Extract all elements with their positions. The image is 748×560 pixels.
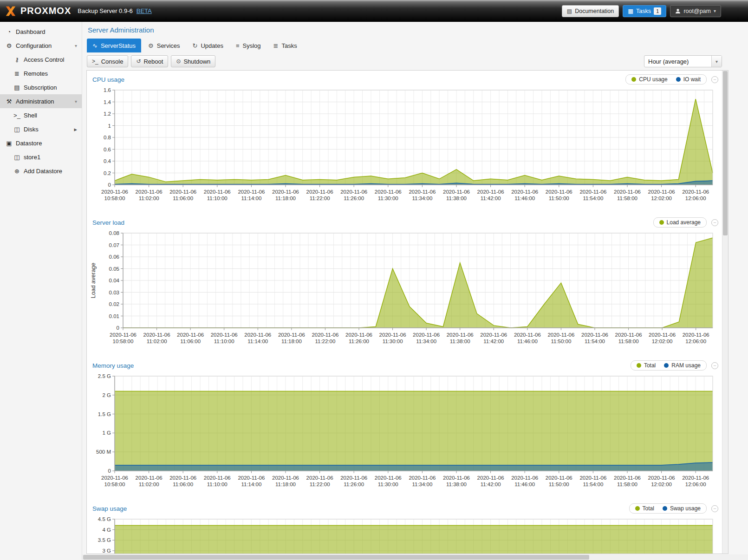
svg-text:2020-11-06: 2020-11-06: [345, 332, 372, 338]
svg-text:2020-11-06: 2020-11-06: [340, 475, 367, 481]
svg-text:2020-11-06: 2020-11-06: [682, 189, 709, 195]
svg-text:11:10:00: 11:10:00: [207, 482, 228, 487]
svg-text:11:58:00: 11:58:00: [617, 195, 637, 201]
page-title: Server Administration: [82, 22, 748, 38]
svg-text:2020-11-06: 2020-11-06: [375, 475, 402, 481]
sidebar-item-remotes[interactable]: ≣ Remotes: [0, 66, 82, 80]
svg-text:11:34:00: 11:34:00: [412, 482, 432, 487]
svg-text:11:58:00: 11:58:00: [618, 339, 639, 344]
sidebar-item-disks[interactable]: ◫ Disks ▸: [0, 122, 82, 136]
sidebar-item-label: Administration: [16, 98, 54, 105]
time-range-select[interactable]: Hour (average) ▾: [644, 55, 722, 67]
collapse-panel-icon[interactable]: −: [711, 505, 718, 512]
legend-label: RAM usage: [671, 362, 701, 369]
svg-text:2020-11-06: 2020-11-06: [312, 332, 338, 338]
svg-text:11:22:00: 11:22:00: [315, 339, 335, 344]
svg-text:2020-11-06: 2020-11-06: [379, 332, 406, 338]
tab-services[interactable]: ⚙ Services: [143, 39, 186, 52]
svg-text:11:30:00: 11:30:00: [383, 339, 403, 344]
legend-dot: [637, 363, 641, 368]
svg-text:11:50:00: 11:50:00: [549, 482, 569, 487]
database-icon: ◫: [13, 154, 21, 161]
sidebar-item-dashboard[interactable]: ◔ Dashboard: [0, 25, 82, 39]
svg-text:1.4: 1.4: [104, 99, 111, 105]
remotes-icon: ≣: [13, 70, 21, 77]
svg-text:11:38:00: 11:38:00: [450, 339, 470, 344]
reboot-button[interactable]: ↺ Reboot: [131, 55, 168, 67]
expander-down-icon[interactable]: ▾: [75, 43, 77, 48]
legend-dot: [659, 220, 664, 225]
svg-text:2020-11-06: 2020-11-06: [579, 475, 606, 481]
wrench-icon: ⚒: [5, 98, 13, 105]
documentation-button[interactable]: ▤ Documentation: [562, 5, 619, 17]
svg-text:2020-11-06: 2020-11-06: [136, 475, 163, 481]
tab-updates[interactable]: ↻ Updates: [187, 39, 229, 52]
user-menu-button[interactable]: root@pam ▾: [670, 5, 721, 17]
page-title-text: Server Administration: [88, 26, 154, 34]
expander-right-icon[interactable]: ▸: [74, 126, 77, 133]
tab-label: Syslog: [243, 42, 261, 49]
svg-text:11:06:00: 11:06:00: [173, 195, 193, 201]
legend-label: Load average: [667, 219, 701, 226]
reboot-label: Reboot: [143, 58, 163, 65]
svg-text:11:38:00: 11:38:00: [446, 482, 467, 487]
svg-text:0: 0: [108, 182, 111, 188]
svg-text:2020-11-06: 2020-11-06: [477, 189, 504, 195]
tab-label: Tasks: [281, 42, 297, 49]
reboot-icon: ↺: [136, 58, 141, 65]
svg-text:1 G: 1 G: [102, 430, 111, 436]
console-button[interactable]: >_ Console: [87, 55, 128, 67]
svg-text:11:54:00: 11:54:00: [583, 482, 603, 487]
svg-text:2 G: 2 G: [102, 392, 111, 398]
svg-text:11:26:00: 11:26:00: [344, 195, 364, 201]
tasks-icon: ▦: [628, 7, 633, 14]
sidebar-item-subscription[interactable]: ▤ Subscription: [0, 80, 82, 94]
svg-text:0.4: 0.4: [104, 158, 111, 164]
horizontal-scrollbar-thumb[interactable]: [83, 555, 589, 560]
chart-title: Server load: [92, 219, 124, 226]
svg-text:2020-11-06: 2020-11-06: [101, 475, 128, 481]
legend-label: Total: [643, 505, 654, 512]
svg-text:2020-11-06: 2020-11-06: [101, 189, 128, 195]
subscription-icon: ▤: [13, 84, 21, 91]
legend-dot: [663, 506, 667, 511]
brand-text: PROXMOX: [20, 6, 71, 16]
horizontal-scrollbar[interactable]: [82, 554, 748, 560]
svg-text:2020-11-06: 2020-11-06: [143, 332, 170, 338]
svg-text:2020-11-06: 2020-11-06: [375, 189, 402, 195]
svg-text:2020-11-06: 2020-11-06: [547, 332, 574, 338]
svg-text:1.2: 1.2: [104, 111, 111, 117]
collapse-panel-icon[interactable]: −: [711, 362, 718, 369]
sidebar-item-store1[interactable]: ◫ store1: [0, 150, 82, 164]
tab-serverstatus[interactable]: ∿ ServerStatus: [87, 39, 141, 52]
svg-text:4.5 G: 4.5 G: [98, 516, 111, 522]
tasks-button[interactable]: ▦ Tasks 1: [623, 5, 666, 17]
svg-text:2020-11-06: 2020-11-06: [204, 475, 231, 481]
chart-title: Memory usage: [92, 362, 134, 369]
collapse-panel-icon[interactable]: −: [711, 219, 718, 226]
sidebar-item-datastore[interactable]: ▣ Datastore: [0, 136, 82, 150]
sidebar-item-add-datastore[interactable]: ⊕ Add Datastore: [0, 164, 82, 178]
svg-text:12:02:00: 12:02:00: [652, 339, 673, 344]
legend-label: CPU usage: [639, 76, 667, 83]
svg-text:2020-11-06: 2020-11-06: [511, 189, 538, 195]
sidebar-item-access-control[interactable]: ⚷ Access Control: [0, 52, 82, 66]
vertical-scrollbar[interactable]: [722, 71, 728, 553]
svg-text:2020-11-06: 2020-11-06: [546, 475, 572, 481]
expander-down-icon[interactable]: ▾: [75, 99, 77, 104]
sidebar-item-shell[interactable]: >_ Shell: [0, 108, 82, 122]
legend-item: IO wait: [676, 76, 701, 83]
sidebar-item-administration[interactable]: ⚒ Administration ▾: [0, 94, 82, 108]
collapse-panel-icon[interactable]: −: [711, 76, 718, 83]
svg-text:11:22:00: 11:22:00: [310, 195, 330, 201]
tab-tasks[interactable]: ≣ Tasks: [268, 39, 303, 52]
vertical-scrollbar-thumb[interactable]: [723, 71, 728, 235]
list-icon: ≡: [236, 42, 240, 49]
sidebar-item-configuration[interactable]: ⚙ Configuration ▾: [0, 39, 82, 52]
dropdown-caret-icon[interactable]: ▾: [711, 56, 722, 67]
cpu-usage-header: CPU usage CPU usage IO wait −: [87, 71, 722, 85]
beta-link[interactable]: BETA: [137, 7, 152, 14]
shutdown-button[interactable]: ⊙ Shutdown: [171, 55, 215, 67]
tab-syslog[interactable]: ≡ Syslog: [230, 39, 267, 52]
svg-text:2020-11-06: 2020-11-06: [511, 475, 538, 481]
